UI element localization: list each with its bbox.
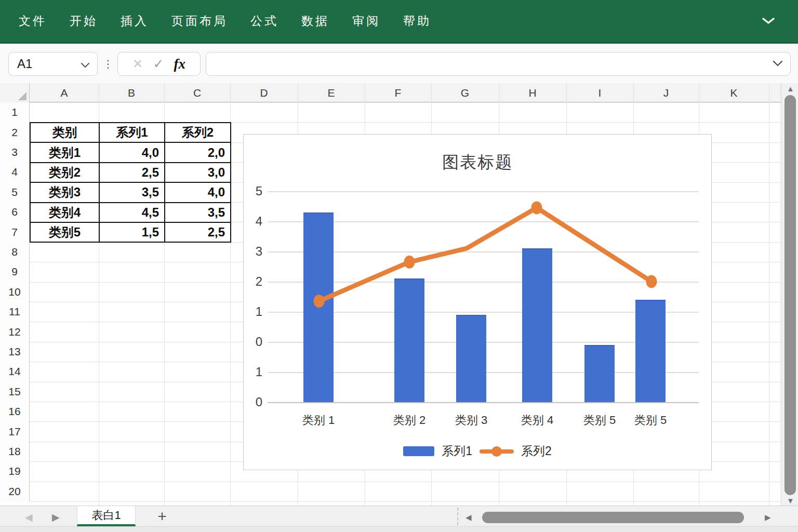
x-axis-label-1: 类别 1: [290, 413, 347, 428]
row-header-13[interactable]: 13: [0, 342, 30, 362]
column-header-B[interactable]: B: [99, 83, 164, 102]
cancel-icon[interactable]: ✕: [132, 57, 143, 71]
cell-B2[interactable]: 系列1: [99, 123, 165, 142]
column-header-K[interactable]: K: [699, 83, 769, 102]
menu-item-home[interactable]: 开始: [70, 13, 98, 29]
cell-C3[interactable]: 2,0: [165, 142, 231, 162]
cell-C6[interactable]: 3,5: [165, 203, 231, 222]
line-series[interactable]: [319, 208, 651, 301]
cell-C5[interactable]: 4,0: [165, 182, 231, 202]
formula-input[interactable]: [206, 54, 773, 74]
status-strip: [0, 526, 798, 532]
menu-item-page-layout[interactable]: 页面布局: [171, 13, 228, 29]
vscroll-down-icon[interactable]: ▼: [787, 496, 794, 505]
row-header-10[interactable]: 10: [0, 282, 30, 302]
table-row: 类别14,02,0: [30, 142, 231, 162]
cell-C7[interactable]: 2,5: [165, 222, 231, 242]
menu-item-review[interactable]: 审阅: [352, 13, 380, 29]
column-header-F[interactable]: F: [365, 83, 431, 102]
cell-A4[interactable]: 类别2: [30, 163, 99, 182]
row-header-11[interactable]: 11: [0, 302, 30, 322]
name-box-chevron-icon[interactable]: [81, 57, 90, 71]
cell-B5[interactable]: 3,5: [99, 182, 165, 202]
line-marker-6[interactable]: [646, 275, 657, 288]
row-header-8[interactable]: 8: [0, 242, 30, 262]
column-header-J[interactable]: J: [633, 83, 699, 102]
tab-next-icon[interactable]: ▶: [52, 511, 60, 523]
cell-A3[interactable]: 类别1: [30, 142, 99, 162]
x-axis-label-5: 类别 5: [571, 413, 628, 428]
cell-B7[interactable]: 1,5: [99, 222, 165, 242]
chart-panel[interactable]: 图表标题 系列1系列2 54321010类别 1类别 2类别 3类别 4类别 5…: [243, 134, 712, 470]
cell-B3[interactable]: 4,0: [99, 142, 165, 162]
row-header-5[interactable]: 5: [0, 182, 30, 202]
column-header-I[interactable]: I: [566, 83, 633, 102]
vertical-scrollbar: ▲ ▼: [781, 83, 798, 506]
horizontal-scrollbar-thumb[interactable]: [482, 512, 744, 523]
row-header-9[interactable]: 9: [0, 262, 30, 282]
row-header-18[interactable]: 18: [0, 442, 30, 461]
select-all-corner[interactable]: [0, 83, 30, 102]
row-header-17[interactable]: 17: [0, 421, 30, 441]
formula-bar-expand-chevron-icon[interactable]: [773, 59, 783, 69]
tab-prev-icon[interactable]: ◀: [25, 511, 33, 523]
cell-C2[interactable]: 系列2: [165, 123, 231, 142]
line-marker-1[interactable]: [314, 295, 325, 308]
column-header-D[interactable]: D: [230, 83, 298, 102]
hscroll-right-icon[interactable]: ▶: [765, 513, 771, 522]
ribbon: 文件开始插入页面布局公式数据审阅帮助: [0, 0, 798, 44]
row-header-14[interactable]: 14: [0, 362, 30, 381]
line-marker-2[interactable]: [404, 256, 415, 269]
vertical-scrollbar-thumb[interactable]: [784, 95, 796, 495]
row-header-20[interactable]: 20: [0, 482, 30, 501]
row-header-3[interactable]: 3: [0, 142, 30, 162]
insert-function-icon[interactable]: fx: [174, 56, 186, 72]
cell-A6[interactable]: 类别4: [30, 203, 99, 222]
sheet-tab-bar: ◀ ▶ 表白1 + ◀ ▶: [0, 506, 798, 526]
column-header-H[interactable]: H: [499, 83, 566, 102]
row-header-16[interactable]: 16: [0, 402, 30, 421]
hscroll-left-icon[interactable]: ◀: [466, 513, 472, 522]
line-marker-4[interactable]: [531, 201, 542, 214]
gridline-horizontal: [30, 102, 781, 103]
add-sheet-button[interactable]: +: [152, 506, 172, 526]
cell-A7[interactable]: 类别5: [30, 222, 99, 242]
row-header-7[interactable]: 7: [0, 222, 30, 242]
x-axis-label-6: 类别 5: [622, 413, 679, 428]
table-header-row: 类别系列1系列2: [30, 123, 231, 142]
vscroll-up-icon[interactable]: ▲: [787, 84, 794, 93]
cell-C4[interactable]: 3,0: [165, 163, 231, 182]
row-header-2[interactable]: 2: [0, 122, 30, 142]
sheet-tab-active[interactable]: 表白1: [77, 506, 136, 526]
menu-item-insert[interactable]: 插入: [121, 13, 149, 29]
x-axis-label-3: 类别 3: [443, 413, 500, 428]
row-header-6[interactable]: 6: [0, 202, 30, 222]
menu-item-file[interactable]: 文件: [19, 13, 47, 29]
column-header-E[interactable]: E: [298, 83, 365, 102]
row-header-4[interactable]: 4: [0, 162, 30, 182]
x-axis-label-4: 类别 4: [509, 413, 566, 428]
cell-A5[interactable]: 类别3: [30, 182, 99, 202]
row-header-12[interactable]: 12: [0, 322, 30, 341]
column-header-G[interactable]: G: [431, 83, 499, 102]
confirm-icon[interactable]: ✓: [153, 57, 164, 71]
cell-A2[interactable]: 类别: [30, 123, 99, 142]
row-header-1[interactable]: 1: [0, 102, 30, 122]
row-header-19[interactable]: 19: [0, 461, 30, 481]
row-header-15[interactable]: 15: [0, 382, 30, 402]
formula-bar-dots-icon[interactable]: ⋮: [104, 52, 112, 76]
menu-item-help[interactable]: 帮助: [403, 13, 431, 29]
gridline-vertical: [780, 83, 781, 506]
name-box-value: A1: [17, 57, 32, 71]
name-box[interactable]: A1: [8, 52, 98, 76]
gridline-horizontal: [30, 501, 781, 502]
menu-item-formulas[interactable]: 公式: [250, 13, 278, 29]
column-header-A[interactable]: A: [30, 83, 99, 102]
column-header-C[interactable]: C: [164, 83, 230, 102]
ribbon-collapse-chevron-icon[interactable]: [762, 17, 775, 25]
cell-B4[interactable]: 2,5: [99, 163, 165, 182]
cell-B6[interactable]: 4,5: [99, 203, 165, 222]
formula-buttons: ✕ ✓ fx: [117, 52, 201, 76]
formula-input-wrap: [206, 52, 791, 76]
menu-item-data[interactable]: 数据: [301, 13, 329, 29]
